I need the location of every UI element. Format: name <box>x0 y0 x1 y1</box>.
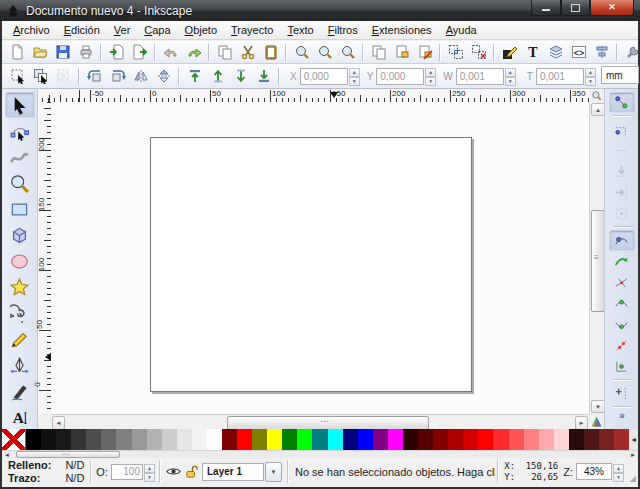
swatch-808080[interactable] <box>116 429 131 450</box>
swatch-501616[interactable] <box>584 429 599 450</box>
layer-dropdown-arrow-icon[interactable]: ▼ <box>265 462 282 482</box>
zoom-input[interactable]: 43% <box>576 463 612 480</box>
raise-button[interactable] <box>206 65 229 87</box>
swatch-d40000[interactable] <box>463 429 478 450</box>
menu-ayuda[interactable]: Ayuda <box>439 22 484 38</box>
swatch-ff00ff[interactable] <box>388 429 403 450</box>
swatch-ff8080[interactable] <box>524 429 539 450</box>
duplicate-button[interactable] <box>367 41 390 63</box>
new-document-button[interactable] <box>5 41 28 63</box>
horizontal-scroll-thumb[interactable] <box>227 416 429 430</box>
pencil-tool-button[interactable] <box>5 326 35 352</box>
swatch-808000[interactable] <box>252 429 267 450</box>
select-all-button[interactable] <box>6 65 29 87</box>
flip-horizontal-button[interactable] <box>129 65 152 87</box>
swatch-782121[interactable] <box>599 429 614 450</box>
menu-filtros[interactable]: Filtros <box>321 22 365 38</box>
swatch-000000[interactable] <box>26 429 41 450</box>
maximize-button[interactable] <box>561 0 590 16</box>
swatch-0000ff[interactable] <box>358 429 373 450</box>
swatch-ffff00[interactable] <box>267 429 282 450</box>
clone-button[interactable] <box>390 41 413 63</box>
zoom-spinner-down[interactable]: ▼ <box>613 473 624 482</box>
zoom-page-button[interactable] <box>336 41 359 63</box>
swatch-ff2a2a[interactable] <box>493 429 508 450</box>
paste-button[interactable] <box>259 41 282 63</box>
zoom-spinner-up[interactable]: ▲ <box>613 464 624 473</box>
titlebar[interactable]: Documento nuevo 4 - Inkscape ✕ <box>0 0 640 21</box>
snap-bbox-centers-button[interactable] <box>609 203 635 224</box>
pen-tool-button[interactable] <box>5 352 35 378</box>
palette-scrollbar[interactable]: ◄ ► <box>2 450 638 458</box>
fill-stroke-dialog-button[interactable] <box>498 41 521 63</box>
snap-enable-button[interactable] <box>609 92 635 113</box>
snap-bbox-edges-button[interactable] <box>609 140 635 161</box>
vertical-ruler[interactable]: 200150100500 <box>38 102 52 414</box>
swatch-111111[interactable] <box>41 429 56 450</box>
swatch-cccccc[interactable] <box>162 429 177 450</box>
align-dialog-button[interactable] <box>590 41 613 63</box>
swatch-00ffff[interactable] <box>328 429 343 450</box>
copy-button[interactable] <box>213 41 236 63</box>
open-document-button[interactable] <box>28 41 51 63</box>
snap-bbox-corners-button[interactable] <box>609 161 635 182</box>
scroll-right-arrow[interactable]: ► <box>575 416 588 430</box>
snapbar-overflow-chevron[interactable]: » <box>619 410 624 421</box>
x-field-input[interactable]: 0,000 <box>300 68 348 85</box>
preferences-button[interactable] <box>621 41 640 63</box>
snap-object-centers-button[interactable] <box>609 356 635 377</box>
select-all-layers-button[interactable] <box>29 65 52 87</box>
star-tool-button[interactable] <box>5 274 35 300</box>
swatch-aa0000[interactable] <box>448 429 463 450</box>
ruler-corner-zoom-button[interactable] <box>589 89 604 103</box>
swatch-f2f2f2[interactable] <box>192 429 207 450</box>
swatch-e6e6e6[interactable] <box>177 429 192 450</box>
import-button[interactable] <box>105 41 128 63</box>
color-management-toggle[interactable] <box>589 414 604 429</box>
save-document-button[interactable] <box>51 41 74 63</box>
menu-trayecto[interactable]: Trayecto <box>224 22 280 38</box>
swatch-008080[interactable] <box>312 429 327 450</box>
layer-combo[interactable]: Layer 1 ▼ <box>202 462 282 482</box>
swatch-a02c2c[interactable] <box>614 429 629 450</box>
swatch-666666[interactable] <box>101 429 116 450</box>
box3d-tool-button[interactable] <box>5 222 35 248</box>
swatch-800080[interactable] <box>373 429 388 450</box>
menu-edicion[interactable]: Edición <box>57 22 107 38</box>
menu-texto[interactable]: Texto <box>280 22 320 38</box>
palette-scroll-thumb[interactable] <box>16 451 120 458</box>
opacity-spinner-down[interactable]: ▼ <box>144 473 155 482</box>
menu-archivo[interactable]: Archivo <box>6 22 57 38</box>
menu-extensiones[interactable]: Extensiones <box>365 22 439 38</box>
lower-to-bottom-button[interactable] <box>252 65 275 87</box>
selector-tool-button[interactable] <box>5 92 35 118</box>
flip-vertical-button[interactable] <box>152 65 175 87</box>
scroll-up-arrow[interactable]: ▲ <box>591 103 605 116</box>
minimize-button[interactable] <box>531 0 561 16</box>
zoom-drawing-button[interactable] <box>313 41 336 63</box>
snap-bbox-edge-midpoints-button[interactable] <box>609 182 635 203</box>
horizontal-scrollbar[interactable]: ◄ ► <box>51 414 589 429</box>
ungroup-button[interactable] <box>467 41 490 63</box>
swatch-2b0000[interactable] <box>403 429 418 450</box>
swatch-280b0b[interactable] <box>569 429 584 450</box>
y-field-spinner[interactable]: ▲▼ <box>425 68 436 85</box>
text-tool-button[interactable] <box>5 404 35 430</box>
vertical-scroll-thumb[interactable] <box>591 210 605 312</box>
export-button[interactable] <box>128 41 151 63</box>
rotate-cw-button[interactable] <box>106 65 129 87</box>
node-tool-button[interactable] <box>5 118 35 144</box>
raise-to-top-button[interactable] <box>183 65 206 87</box>
width-field-spinner[interactable]: ▲▼ <box>505 68 516 85</box>
text-dialog-button[interactable] <box>521 41 544 63</box>
swatch-ff0000[interactable] <box>237 429 252 450</box>
swatch-ffffff[interactable] <box>207 429 222 450</box>
scroll-down-arrow[interactable]: ▼ <box>591 400 605 413</box>
snap-nodes-button[interactable] <box>609 230 635 251</box>
fill-stroke-indicator[interactable]: Relleno: N/D Trazo: N/D <box>2 458 88 485</box>
menu-capa[interactable]: Capa <box>137 22 177 38</box>
snap-bbox-button[interactable] <box>609 119 635 140</box>
swatch-ff0000[interactable] <box>478 429 493 450</box>
swatch-ffd5d5[interactable] <box>554 429 569 450</box>
swatch-4d4d4d[interactable] <box>86 429 101 450</box>
